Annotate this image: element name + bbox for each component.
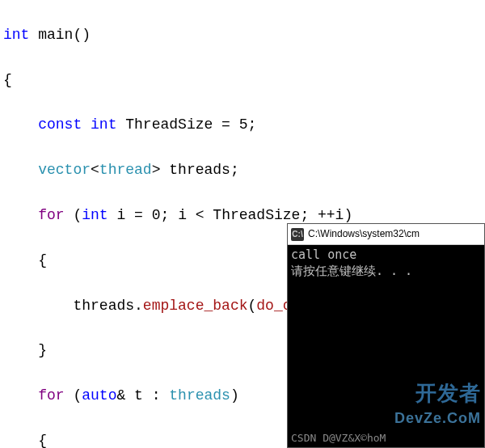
code-line: { (3, 70, 482, 92)
console-output-line: call once (291, 247, 481, 263)
console-title-bar[interactable]: C:\ C:\Windows\system32\cm (288, 224, 484, 245)
code-line: int main() (3, 24, 482, 47)
watermark-text: 开发者 (415, 377, 481, 409)
console-title-text: C:\Windows\system32\cm (308, 226, 420, 242)
console-icon: C:\ (291, 228, 304, 241)
console-body: call once 请按任意键继续. . . (288, 245, 484, 281)
watermark-text: DevZe.CoM (394, 408, 481, 430)
code-line: vector<thread> threads; (3, 159, 482, 182)
code-line: const int ThreadSize = 5; (3, 114, 482, 137)
console-output-line: 请按任意键继续. . . (291, 263, 481, 279)
watermark-text: CSDN D@VZ&X©hoM (291, 430, 386, 446)
